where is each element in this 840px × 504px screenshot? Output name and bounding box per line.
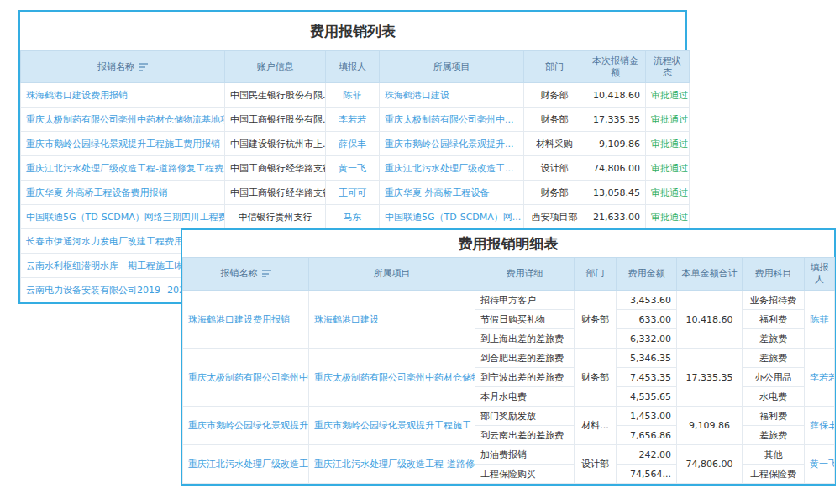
reporter-link[interactable]: 陈菲 (326, 83, 380, 108)
expense-detail-table: 报销名称 所属项目 费用详细 部门 费用金额 本单金额合计 费用科目 填报人 珠… (182, 257, 835, 484)
project-link[interactable]: 重庆市鹅岭公园绿化景观提升工程施工 (309, 407, 475, 445)
expense-detail-cell: 部门奖励发放 (475, 407, 575, 426)
amount-cell: 10,418.60 (585, 83, 646, 108)
header-reimb-name-label: 报销名称 (97, 61, 134, 72)
expense-detail-cell: 到宁波出差的差旅费 (475, 368, 575, 387)
category-cell: 福利费 (743, 407, 805, 426)
project-link[interactable]: 重庆太极制药有限公司亳州中药材仓储物流基地 (309, 349, 475, 407)
header-reporter: 填报人 (805, 258, 835, 291)
expense-detail-cell: 节假日购买礼物 (475, 310, 575, 329)
account-cell: 中信银行贵州支行 (225, 205, 326, 229)
project-link[interactable]: 重庆市鹅岭公园绿化景观提升... (380, 132, 524, 156)
amount-cell: 7,453.35 (617, 368, 677, 387)
amount-cell: 633.00 (617, 310, 677, 329)
expense-detail-cell: 本月水电费 (475, 387, 575, 407)
header-reimb-name[interactable]: 报销名称 (183, 258, 309, 291)
header-category: 费用科目 (743, 258, 805, 291)
list-row: 重庆华夏 外高桥工程设备费用报销 中国工商银行经华路支行 王可可 重庆华夏 外高… (21, 181, 690, 205)
reporter-link[interactable]: 李若若 (326, 108, 380, 132)
category-cell: 工程保险费 (743, 465, 805, 484)
reimb-name-link[interactable]: 重庆市鹅岭公园绿化景观提升工程施工费用报销 (21, 132, 225, 156)
header-account: 账户信息 (225, 51, 326, 83)
dept-cell: 财务部 (524, 83, 585, 108)
dept-cell: 设计部 (575, 445, 617, 484)
reimb-name-link[interactable]: 重庆华夏 外高桥工程设备费用报销 (21, 181, 225, 205)
project-link[interactable]: 重庆太极制药有限公司亳州中... (380, 108, 524, 132)
amount-cell: 6,332.00 (617, 329, 677, 349)
detail-table-title: 费用报销明细表 (182, 230, 834, 257)
amount-cell: 9,109.86 (585, 132, 646, 156)
expense-detail-panel: 费用报销明细表 报销名称 所属项目 费用详细 部门 费用金额 本单金额合计 费用… (181, 228, 836, 486)
dept-cell: 材料... (575, 407, 617, 445)
reimb-name-link[interactable]: 重庆市鹅岭公园绿化景观提升工程施工费用报销 (183, 407, 309, 445)
expense-detail-cell: 招待甲方客户 (475, 291, 575, 310)
dept-cell: 财务部 (524, 181, 585, 205)
reporter-link[interactable]: 李若若 (805, 349, 835, 407)
total-cell: 10,418.60 (677, 291, 743, 349)
reimb-name-link[interactable]: 珠海鹤港口建设费用报销 (183, 291, 309, 349)
category-cell: 差旅费 (743, 329, 805, 349)
account-cell: 中国工商银行经华路支行 (225, 181, 326, 205)
reimb-name-link[interactable]: 珠海鹤港口建设费用报销 (21, 83, 225, 108)
expense-detail-cell: 工程保险购买 (475, 465, 575, 484)
dept-cell: 财务部 (575, 349, 617, 407)
header-project: 所属项目 (309, 258, 475, 291)
amount-cell: 3,453.60 (617, 291, 677, 310)
header-amount: 费用金额 (617, 258, 677, 291)
sort-icon[interactable] (139, 62, 148, 71)
project-link[interactable]: 中国联通5G（TD-SCDMA）网... (380, 205, 524, 229)
reimb-name-link[interactable]: 重庆江北污水处理厂级改造工程-道路修复工程费用报销 (183, 445, 309, 484)
project-link[interactable]: 珠海鹤港口建设 (309, 291, 475, 349)
header-reporter: 填报人 (326, 51, 380, 83)
dept-cell: 财务部 (575, 291, 617, 349)
reimb-name-link[interactable]: 重庆江北污水处理厂级改造工程-道路修复工程费用... (21, 156, 225, 181)
dept-cell: 材料采购 (524, 132, 585, 156)
status-badge: 审批通过 (646, 205, 690, 229)
list-row: 重庆江北污水处理厂级改造工程-道路修复工程费用... 中国工商银行经华路支行 黄… (21, 156, 690, 181)
expense-detail-cell: 到云南出差的差旅费 (475, 426, 575, 445)
reimb-name-link[interactable]: 中国联通5G（TD-SCDMA）网络三期四川工程费... (21, 205, 225, 229)
reimb-name-link[interactable]: 重庆太极制药有限公司亳州中药材仓储物流基地项... (21, 108, 225, 132)
sort-icon[interactable] (262, 269, 271, 277)
amount-cell: 74,806.00 (585, 156, 646, 181)
amount-cell: 5,346.35 (617, 349, 677, 368)
list-row: 珠海鹤港口建设费用报销 中国民生银行股份有限... 陈菲 珠海鹤港口建设 财务部… (21, 83, 690, 108)
status-badge: 审批通过 (646, 108, 690, 132)
account-cell: 中国民生银行股份有限... (225, 83, 326, 108)
status-badge: 审批通过 (646, 156, 690, 181)
header-reimb-name[interactable]: 报销名称 (21, 51, 225, 83)
project-link[interactable]: 珠海鹤港口建设 (380, 83, 524, 108)
amount-cell: 242.00 (617, 445, 677, 465)
amount-cell: 13,058.45 (585, 181, 646, 205)
reporter-link[interactable]: 黄一飞 (326, 156, 380, 181)
category-cell: 差旅费 (743, 426, 805, 445)
category-cell: 办公用品 (743, 368, 805, 387)
reporter-link[interactable]: 王可可 (326, 181, 380, 205)
detail-header-row: 报销名称 所属项目 费用详细 部门 费用金额 本单金额合计 费用科目 填报人 (183, 258, 835, 291)
account-cell: 中国建设银行杭州市上... (225, 132, 326, 156)
reporter-link[interactable]: 薛保丰 (805, 407, 835, 445)
status-badge: 审批通过 (646, 132, 690, 156)
list-row: 重庆太极制药有限公司亳州中药材仓储物流基地项... 中国工商银行股份有限... … (21, 108, 690, 132)
category-cell: 福利费 (743, 310, 805, 329)
category-cell: 业务招待费 (743, 291, 805, 310)
header-expense-detail: 费用详细 (475, 258, 575, 291)
status-badge: 审批通过 (646, 181, 690, 205)
amount-cell: 7,656.86 (617, 426, 677, 445)
project-link[interactable]: 重庆江北污水处理厂级改造工程-道路修复工程 (309, 445, 475, 484)
header-dept: 部门 (524, 51, 585, 83)
account-cell: 中国工商银行股份有限... (225, 108, 326, 132)
detail-row: 重庆太极制药有限公司亳州中药材仓储物流基地项目费用报销 重庆太极制药有限公司亳州… (183, 349, 835, 368)
category-cell: 其他 (743, 445, 805, 465)
total-cell: 9,109.86 (677, 407, 743, 445)
amount-cell: 17,335.35 (585, 108, 646, 132)
reporter-link[interactable]: 薛保丰 (326, 132, 380, 156)
total-cell: 74,806.00 (677, 445, 743, 484)
reporter-link[interactable]: 马东 (326, 205, 380, 229)
project-link[interactable]: 重庆江北污水处理厂级改造工... (380, 156, 524, 181)
reporter-link[interactable]: 陈菲 (805, 291, 835, 349)
reporter-link[interactable]: 黄一飞 (805, 445, 835, 484)
project-link[interactable]: 重庆华夏 外高桥工程设备 (380, 181, 524, 205)
reimb-name-link[interactable]: 重庆太极制药有限公司亳州中药材仓储物流基地项目费用报销 (183, 349, 309, 407)
amount-cell: 74,564... (617, 465, 677, 484)
